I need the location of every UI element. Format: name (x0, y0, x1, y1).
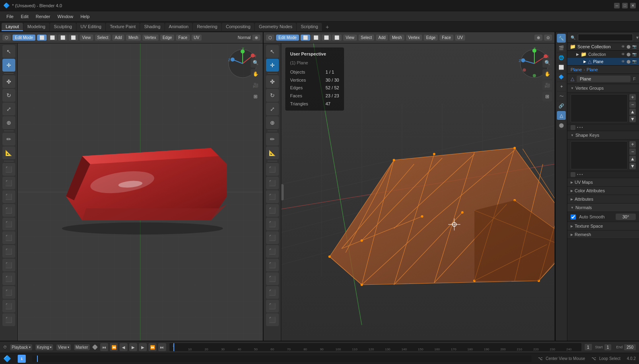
tab-rendering[interactable]: Rendering (193, 23, 221, 31)
right-overlay-toggle[interactable]: ⊙ (544, 35, 552, 41)
left-render-shading[interactable]: ⬜ (68, 35, 78, 41)
tool-rotate[interactable]: ↻ (2, 89, 15, 102)
props-tab-modifier[interactable]: 🔷 (557, 72, 566, 81)
right-tool-poly[interactable]: ⬛ (266, 231, 279, 244)
tool-move[interactable]: ✤ (2, 75, 15, 88)
left-material-shading[interactable]: ⬜ (58, 35, 68, 41)
outliner-viewport[interactable]: ⬤ (627, 45, 631, 49)
tool-bevel[interactable]: ⬛ (2, 204, 15, 217)
tool-inset[interactable]: ⬛ (2, 190, 15, 203)
right-tool-move[interactable]: ✤ (266, 75, 279, 88)
right-tool-cursor[interactable]: ✛ (266, 59, 279, 72)
end-frame[interactable]: 250 (624, 344, 636, 350)
jump-start-button[interactable]: ⏮ (100, 343, 108, 351)
right-camera-view[interactable]: 🎥 (542, 80, 552, 90)
tool-spin[interactable]: ⬛ (2, 259, 15, 271)
uv-maps-section[interactable]: ▶ UV Maps (567, 178, 639, 187)
left-add-menu[interactable]: Add (112, 35, 124, 41)
right-view-menu[interactable]: View (343, 35, 357, 41)
menu-render[interactable]: Render (33, 13, 54, 20)
right-tool-select[interactable]: ↖ (266, 45, 279, 58)
collection-viewport[interactable]: ⬤ (627, 52, 631, 56)
right-tool-annotate[interactable]: ✏ (266, 133, 279, 146)
prev-frame-button[interactable]: ⏪ (110, 343, 118, 351)
menu-help[interactable]: Help (77, 13, 93, 20)
left-face-menu[interactable]: Face (176, 35, 190, 41)
right-vertex-menu[interactable]: Vertex (406, 35, 422, 41)
right-tool-transform[interactable]: ⊕ (266, 116, 279, 129)
plane-eye[interactable]: 👁 (621, 60, 625, 64)
right-tool-shear[interactable]: ⬛ (266, 300, 279, 313)
tool-annotate[interactable]: ✏ (2, 133, 15, 146)
next-frame-button[interactable]: ⏩ (148, 343, 157, 351)
breadcrumb-plane[interactable]: Plane (587, 67, 598, 72)
auto-smooth-checkbox[interactable] (571, 214, 576, 220)
tool-extrude[interactable]: ⬛ (2, 177, 15, 189)
shape-key-move-up[interactable]: ▲ (629, 156, 636, 162)
left-overlay-toggle[interactable]: ⊕ (252, 35, 260, 41)
tool-poly-build[interactable]: ⬛ (2, 245, 15, 258)
plane-render[interactable]: 📷 (632, 60, 637, 64)
right-render-shading[interactable]: ⬜ (332, 35, 342, 41)
right-tool-inset[interactable]: ⬛ (266, 177, 279, 189)
right-tool-scale[interactable]: ⤢ (266, 103, 279, 115)
left-select-menu[interactable]: Select (95, 35, 111, 41)
right-tool-slide[interactable]: ⬛ (266, 272, 279, 285)
collection-expand[interactable]: ▶ (576, 52, 579, 56)
tab-scripting[interactable]: Scripting (297, 23, 322, 31)
tab-geometry-nodes[interactable]: Geometry Nodes (255, 23, 296, 31)
right-quad-view[interactable]: ⊞ (542, 92, 552, 101)
left-wire-shading[interactable]: ⬜ (47, 35, 57, 41)
minimize-button[interactable]: ─ (614, 3, 620, 8)
tool-scale[interactable]: ⤢ (2, 103, 15, 115)
play-button[interactable]: ▶ (129, 343, 137, 351)
keying-menu[interactable]: Keying ▾ (35, 344, 54, 350)
props-tab-material[interactable]: ⬤ (557, 121, 566, 130)
right-uv-menu[interactable]: UV (455, 35, 466, 41)
vertex-group-add[interactable]: + (629, 94, 636, 101)
right-tool-loop-cut[interactable]: ⬛ (266, 204, 279, 217)
current-frame-display[interactable]: 1 (585, 344, 592, 350)
menu-edit[interactable]: Edit (18, 13, 32, 20)
props-tab-particles[interactable]: ✦ (557, 82, 566, 91)
props-tab-object[interactable]: ⬜ (557, 63, 566, 72)
tool-add-cube[interactable]: ⬛ (2, 163, 15, 176)
tab-shading[interactable]: Shading (140, 23, 164, 31)
menu-window[interactable]: Window (54, 13, 76, 20)
vertex-groups-section[interactable]: ▼ Vertex Groups (567, 84, 639, 93)
right-edge-menu[interactable]: Edge (424, 35, 438, 41)
left-pan[interactable]: ✋ (251, 69, 260, 79)
tool-shear[interactable]: ⬛ (2, 313, 15, 326)
remesh-section[interactable]: ▶ Remesh (567, 230, 639, 239)
tab-layout[interactable]: Layout (2, 23, 23, 31)
shape-key-move-down[interactable]: ▼ (629, 163, 636, 169)
texture-space-section[interactable]: ▶ Texture Space (567, 222, 639, 230)
plane-expand[interactable]: ▶ (583, 60, 586, 64)
tool-knife[interactable]: ⬛ (2, 231, 15, 244)
right-face-menu[interactable]: Face (439, 35, 453, 41)
right-tool-measure[interactable]: 📐 (266, 146, 279, 159)
tool-loop-cut[interactable]: ⬛ (2, 218, 15, 230)
right-viewport-canvas[interactable]: User Perspective (1) Plane Objects 1 / 1… (281, 43, 554, 341)
props-tab-scene[interactable]: 🎬 (557, 43, 566, 52)
shape-keys-section[interactable]: ▼ Shape Keys (567, 131, 639, 140)
data-name-field[interactable]: Plane (577, 76, 631, 82)
left-uv-menu[interactable]: UV (192, 35, 202, 41)
right-tool-rotate[interactable]: ↻ (266, 89, 279, 102)
view-menu[interactable]: View ▾ (56, 344, 71, 350)
outliner-search[interactable] (578, 34, 633, 41)
tab-modeling[interactable]: Modeling (23, 23, 49, 31)
vertex-group-remove[interactable]: − (629, 101, 636, 108)
outliner-render[interactable]: 📷 (632, 45, 637, 49)
collection-eye[interactable]: 👁 (621, 52, 625, 56)
left-edge-menu[interactable]: Edge (160, 35, 174, 41)
start-frame[interactable]: 1 (604, 344, 612, 350)
right-tool-spin[interactable]: ⬛ (266, 245, 279, 258)
close-button[interactable]: ✕ (630, 3, 636, 8)
color-attributes-section[interactable]: ▶ Color Attributes (567, 187, 639, 195)
left-view-menu[interactable]: View (80, 35, 93, 41)
menu-file[interactable]: File (3, 13, 17, 20)
vertex-group-move-up[interactable]: ▲ (629, 109, 636, 115)
data-fake-user[interactable]: F (633, 76, 636, 81)
right-tool-extrude[interactable]: ⬛ (266, 163, 279, 176)
